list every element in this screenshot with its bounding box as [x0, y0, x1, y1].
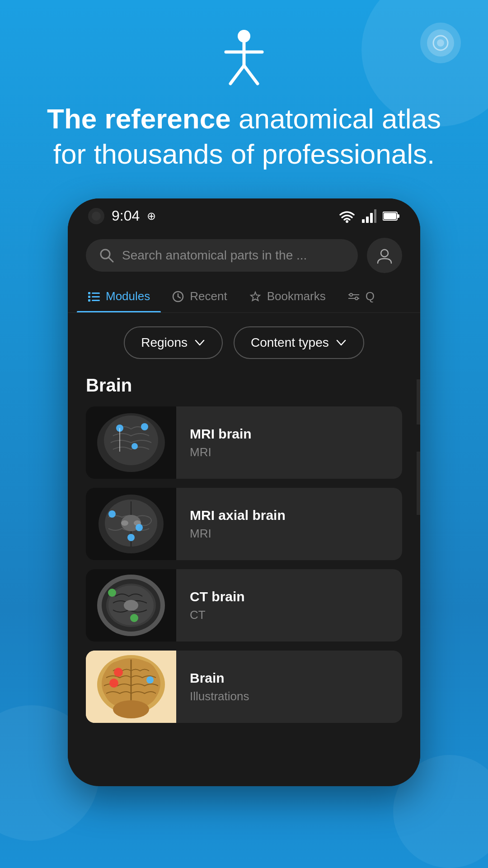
profile-icon — [375, 246, 394, 265]
tab-modules-label: Modules — [106, 289, 150, 303]
brain-section-heading: Brain — [86, 375, 402, 396]
hero-title: The reference anatomical atlas for thous… — [0, 101, 488, 171]
svg-line-5 — [230, 66, 244, 84]
svg-point-66 — [114, 668, 123, 677]
status-left: 9:04 ⊕ — [88, 208, 156, 224]
status-time: 9:04 — [112, 208, 140, 224]
modules-icon — [88, 290, 100, 303]
svg-point-28 — [355, 297, 358, 300]
svg-point-56 — [108, 589, 116, 597]
hero-title-bold: The reference — [47, 103, 231, 134]
signal-icon — [362, 209, 376, 223]
regions-chevron-icon — [194, 337, 206, 349]
svg-rect-11 — [374, 209, 376, 223]
search-icon — [99, 247, 115, 264]
search-bar[interactable]: Search anatomical parts in the ... — [86, 239, 358, 272]
svg-rect-9 — [366, 217, 369, 223]
brain-illustration-subtitle: Illustrations — [190, 689, 389, 703]
svg-rect-8 — [362, 219, 365, 223]
svg-point-35 — [104, 415, 158, 465]
search-placeholder: Search anatomical parts in the ... — [122, 248, 307, 263]
tab-recent[interactable]: Recent — [161, 282, 238, 312]
ct-brain-info: CT brain CT — [176, 580, 402, 631]
tab-filter-label: Q — [366, 289, 375, 303]
search-area: Search anatomical parts in the ... — [68, 229, 420, 278]
mri-brain-thumb — [86, 406, 176, 479]
svg-point-57 — [130, 614, 138, 622]
svg-point-38 — [141, 423, 148, 430]
wifi-icon — [338, 209, 356, 223]
svg-rect-21 — [92, 292, 100, 294]
filter-row: Regions Content types — [86, 326, 402, 359]
svg-point-7 — [346, 220, 348, 223]
brain-illustration-info: Brain Illustrations — [176, 661, 402, 712]
battery-icon — [383, 211, 400, 221]
content-types-filter-button[interactable]: Content types — [234, 326, 364, 359]
svg-point-47 — [108, 510, 116, 518]
svg-point-27 — [350, 293, 352, 296]
svg-line-26 — [178, 297, 180, 298]
svg-point-65 — [109, 679, 118, 688]
mri-brain-image — [86, 406, 176, 479]
mri-brain-card[interactable]: MRI brain MRI — [86, 406, 402, 479]
svg-rect-23 — [92, 300, 100, 301]
status-extra-icon: ⊕ — [147, 210, 156, 222]
content-types-label: Content types — [251, 335, 329, 350]
tab-filter[interactable]: Q — [337, 282, 385, 312]
status-bar: 9:04 ⊕ — [68, 198, 420, 229]
ct-brain-image — [86, 569, 176, 642]
front-camera — [88, 208, 104, 224]
svg-point-45 — [121, 520, 128, 526]
status-right — [338, 209, 400, 223]
svg-point-39 — [131, 443, 138, 449]
star-icon — [249, 290, 262, 303]
brain-illustration-card[interactable]: Brain Illustrations — [86, 651, 402, 723]
mri-axial-title: MRI axial brain — [190, 508, 389, 523]
content-area: Regions Content types Brain — [68, 313, 420, 765]
svg-line-6 — [244, 66, 258, 84]
ct-brain-title: CT brain — [190, 589, 389, 604]
tab-bookmarks[interactable]: Bookmarks — [238, 282, 337, 312]
phone-frame: 9:04 ⊕ — [68, 198, 420, 786]
mri-axial-brain-card[interactable]: MRI axial brain MRI — [86, 488, 402, 560]
svg-point-48 — [127, 534, 135, 541]
svg-point-49 — [136, 524, 143, 531]
ct-brain-subtitle: CT — [190, 608, 389, 622]
hero-section: The reference anatomical atlas for thous… — [0, 0, 488, 171]
ct-brain-card[interactable]: CT brain CT — [86, 569, 402, 642]
svg-point-62 — [125, 661, 160, 706]
regions-label: Regions — [141, 335, 188, 350]
human-svg — [217, 27, 271, 86]
brain-illustration-thumb — [86, 651, 176, 723]
tab-bookmarks-label: Bookmarks — [267, 289, 326, 303]
svg-point-64 — [113, 700, 149, 718]
svg-rect-18 — [88, 292, 90, 294]
mri-axial-image — [86, 488, 176, 560]
volume-button-2 — [417, 452, 420, 515]
svg-line-16 — [108, 257, 113, 262]
svg-rect-14 — [384, 213, 396, 219]
mri-axial-info: MRI axial brain MRI — [176, 499, 402, 550]
notification-svg — [432, 35, 449, 51]
tab-modules[interactable]: Modules — [77, 282, 161, 312]
svg-rect-13 — [397, 214, 399, 218]
camera-lens — [92, 212, 101, 221]
profile-button[interactable] — [367, 238, 402, 273]
svg-rect-10 — [370, 213, 373, 223]
navigation-tabs: Modules Recent Bookmarks — [68, 278, 420, 313]
svg-point-1 — [437, 39, 444, 47]
tab-recent-label: Recent — [190, 289, 227, 303]
mri-axial-thumb — [86, 488, 176, 560]
brain-illustration-title: Brain — [190, 670, 389, 686]
ct-brain-thumb — [86, 569, 176, 642]
notification-icon[interactable] — [420, 23, 461, 63]
svg-point-67 — [146, 676, 154, 684]
svg-point-55 — [124, 600, 138, 611]
regions-filter-button[interactable]: Regions — [124, 326, 223, 359]
filter-icon — [347, 290, 360, 303]
svg-rect-19 — [88, 296, 90, 298]
svg-point-17 — [381, 250, 388, 257]
content-types-chevron-icon — [335, 337, 347, 349]
mri-brain-subtitle: MRI — [190, 445, 389, 459]
notification-inner — [427, 29, 454, 57]
